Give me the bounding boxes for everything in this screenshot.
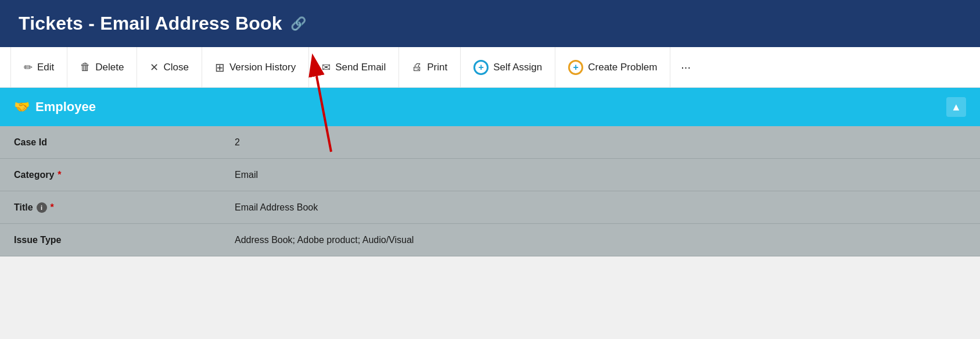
case-id-value: 2 — [221, 126, 254, 158]
section-collapse-button[interactable]: ▲ — [946, 97, 966, 117]
issue-type-label: Issue Type — [0, 224, 221, 256]
more-button[interactable]: ··· — [670, 47, 701, 87]
self-assign-icon: + — [473, 60, 489, 75]
page-header: Tickets - Email Address Book 🔗 — [0, 0, 980, 47]
collapse-icon: ▲ — [951, 101, 961, 113]
create-problem-button[interactable]: + Create Problem — [555, 47, 670, 87]
edit-button[interactable]: ✏ Edit — [10, 47, 67, 87]
category-value: Email — [221, 159, 272, 191]
self-assign-button[interactable]: + Self Assign — [461, 47, 555, 87]
create-problem-label: Create Problem — [588, 62, 657, 73]
create-problem-icon: + — [568, 60, 583, 75]
close-label: Close — [163, 62, 188, 73]
edit-icon: ✏ — [24, 61, 33, 74]
send-email-icon: ✉ — [322, 61, 331, 74]
edit-label: Edit — [37, 62, 54, 73]
title-label: Title i * — [0, 191, 221, 223]
form-content: Case Id 2 Category * Email Title i * Ema… — [0, 126, 980, 256]
page-title: Tickets - Email Address Book — [19, 13, 282, 34]
title-value: Email Address Book — [221, 191, 332, 223]
case-id-label: Case Id — [0, 126, 221, 158]
print-label: Print — [427, 62, 447, 73]
category-label: Category * — [0, 159, 221, 191]
title-row: Title i * Email Address Book — [0, 191, 980, 224]
section-header-left: 🤝 Employee — [14, 99, 96, 115]
version-history-button[interactable]: ⊞ Version History — [202, 47, 309, 87]
delete-button[interactable]: 🗑 Delete — [67, 47, 137, 87]
employee-icon: 🤝 — [14, 99, 30, 115]
category-required: * — [58, 170, 61, 180]
title-info-icon[interactable]: i — [37, 202, 47, 213]
close-button[interactable]: ✕ Close — [137, 47, 202, 87]
category-row: Category * Email — [0, 159, 980, 191]
issue-type-value: Address Book; Adobe product; Audio/Visua… — [221, 224, 428, 256]
delete-label: Delete — [95, 62, 124, 73]
print-icon: 🖨 — [412, 61, 422, 73]
self-assign-label: Self Assign — [493, 62, 542, 73]
delete-icon: 🗑 — [80, 61, 91, 73]
issue-type-row: Issue Type Address Book; Adobe product; … — [0, 224, 980, 256]
section-title: Employee — [35, 99, 96, 115]
link-icon: 🔗 — [290, 16, 306, 31]
case-id-row: Case Id 2 — [0, 126, 980, 159]
send-email-button[interactable]: ✉ Send Email — [309, 47, 399, 87]
print-button[interactable]: 🖨 Print — [399, 47, 461, 87]
more-icon: ··· — [681, 60, 691, 74]
section-header: 🤝 Employee ▲ — [0, 88, 980, 126]
version-history-icon: ⊞ — [215, 60, 225, 74]
version-history-label: Version History — [229, 62, 296, 73]
title-required: * — [51, 202, 54, 213]
toolbar: ✏ Edit 🗑 Delete ✕ Close ⊞ Version Histor… — [0, 47, 980, 88]
send-email-label: Send Email — [335, 62, 386, 73]
close-icon: ✕ — [150, 61, 159, 74]
